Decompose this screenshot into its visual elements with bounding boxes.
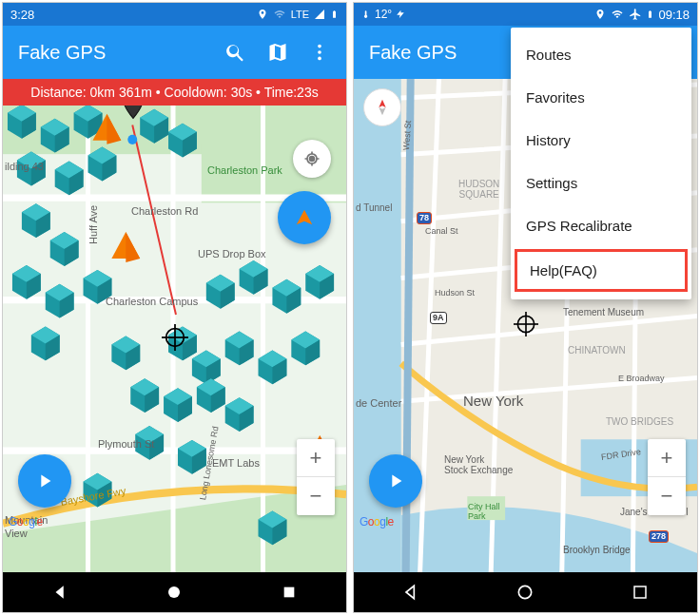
phone-right: 12° 09:18 Fake GPS GREENWICH VILLAGE HUD… — [353, 2, 698, 613]
zoom-out-button[interactable]: − — [648, 477, 686, 515]
location-pin-icon — [257, 8, 268, 21]
zoom-in-button[interactable]: + — [648, 439, 686, 477]
more-vert-icon — [309, 42, 330, 63]
svg-marker-33 — [392, 475, 401, 488]
wifi-icon — [272, 9, 287, 20]
battery-icon — [330, 8, 339, 21]
google-logo: Google — [360, 515, 394, 529]
menu-item-history[interactable]: History — [511, 119, 691, 162]
nav-back-button[interactable] — [36, 579, 84, 605]
overflow-button[interactable] — [308, 41, 331, 64]
bolt-icon — [396, 8, 405, 21]
search-icon — [224, 40, 247, 65]
wifi-icon — [610, 9, 625, 20]
zoom-control: + − — [297, 439, 335, 515]
menu-item-favorites[interactable]: Favorites — [511, 76, 691, 119]
status-time: 09:18 — [658, 8, 690, 22]
location-pin-icon — [594, 8, 606, 21]
overflow-menu: Routes Favorites History Settings GPS Re… — [511, 28, 691, 299]
google-logo: Google — [9, 515, 43, 529]
play-icon — [385, 471, 406, 491]
distance-banner: Distance: 0km 361m • Cooldown: 30s • Tim… — [3, 79, 346, 106]
status-network: LTE — [291, 9, 309, 20]
compass-icon — [372, 97, 393, 118]
map-icon — [266, 40, 289, 65]
play-fab[interactable] — [369, 454, 422, 508]
airplane-icon — [629, 8, 642, 21]
route-shield: 78 — [417, 212, 432, 224]
status-temp: 12° — [375, 8, 392, 21]
svg-marker-20 — [56, 586, 64, 599]
zoom-out-button[interactable]: − — [297, 477, 335, 515]
status-bar: 3:28 LTE — [3, 3, 346, 26]
svg-marker-18 — [297, 210, 313, 225]
status-time: 3:28 — [10, 8, 34, 22]
my-location-button[interactable] — [293, 140, 331, 178]
app-bar: Fake GPS — [3, 26, 346, 79]
menu-item-help[interactable]: Help(FAQ) — [515, 249, 688, 292]
play-fab[interactable] — [18, 454, 71, 508]
route-shield: 278 — [649, 530, 669, 543]
nav-back-button[interactable] — [387, 579, 435, 605]
thermometer-icon — [361, 8, 371, 21]
search-button[interactable] — [224, 41, 247, 64]
svg-marker-23 — [397, 10, 404, 18]
svg-marker-19 — [41, 475, 50, 488]
my-location-icon — [302, 149, 321, 168]
phone-left: 3:28 LTE Fake GPS Distance: 0km 361m • C… — [2, 2, 347, 613]
nav-bar — [354, 572, 697, 612]
nav-home-button[interactable] — [150, 579, 198, 605]
heading-fab[interactable] — [278, 191, 331, 244]
nav-recent-button[interactable] — [265, 579, 313, 605]
app-title: Fake GPS — [18, 42, 205, 64]
svg-rect-22 — [283, 587, 294, 598]
nav-recent-button[interactable] — [616, 579, 664, 605]
map-mode-button[interactable] — [266, 41, 289, 64]
svg-marker-28 — [379, 100, 385, 107]
nav-bar — [3, 572, 346, 612]
arrow-icon — [294, 207, 315, 228]
route-shield: 9A — [430, 312, 447, 324]
menu-item-routes[interactable]: Routes — [511, 33, 691, 76]
status-bar: 12° 09:18 — [354, 3, 697, 26]
signal-icon — [313, 9, 326, 20]
location-pin[interactable] — [120, 106, 146, 126]
menu-item-settings[interactable]: Settings — [511, 162, 691, 204]
zoom-control: + − — [648, 439, 686, 515]
nav-home-button[interactable] — [501, 579, 549, 605]
svg-rect-27 — [467, 496, 505, 520]
svg-marker-34 — [406, 586, 414, 598]
compass-button[interactable] — [363, 88, 401, 126]
play-icon — [34, 471, 55, 491]
svg-rect-36 — [634, 586, 646, 598]
svg-point-35 — [519, 586, 532, 598]
svg-point-2 — [318, 57, 321, 61]
svg-point-21 — [168, 586, 180, 598]
menu-item-recalibrate[interactable]: GPS Recalibrate — [511, 204, 691, 247]
svg-point-0 — [318, 45, 321, 48]
zoom-in-button[interactable]: + — [297, 439, 335, 477]
svg-point-1 — [318, 50, 321, 54]
map-area[interactable]: ilding 43 Charleston Park Charleston Rd … — [3, 106, 346, 572]
svg-marker-29 — [379, 107, 385, 115]
battery-icon — [646, 8, 654, 21]
